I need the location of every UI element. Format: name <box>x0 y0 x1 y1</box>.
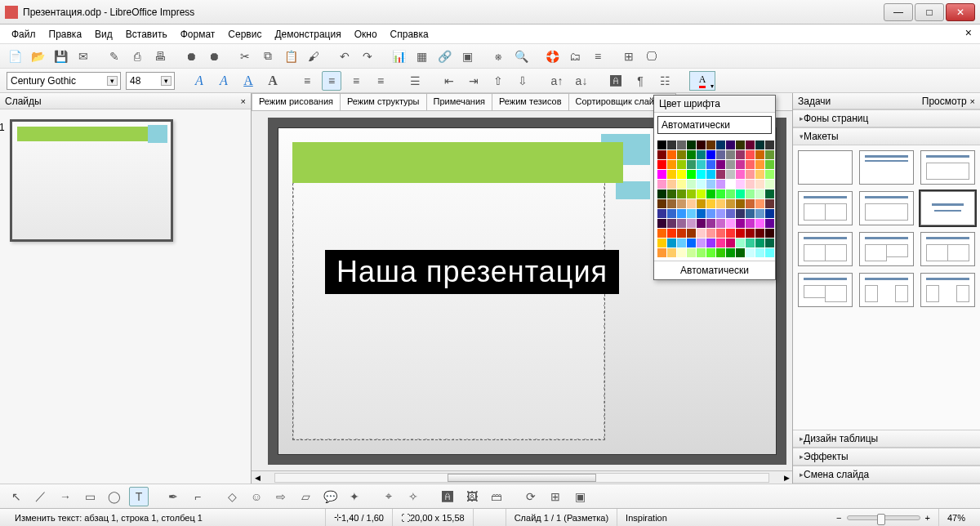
color-swatch[interactable] <box>736 219 745 228</box>
color-swatch[interactable] <box>736 160 745 169</box>
curve-tool-icon[interactable]: ✒ <box>163 487 183 506</box>
color-swatch[interactable] <box>716 140 725 149</box>
color-swatch[interactable] <box>657 170 666 179</box>
color-swatch[interactable] <box>716 170 725 179</box>
color-swatch[interactable] <box>716 248 725 257</box>
color-swatch[interactable] <box>697 180 706 189</box>
color-swatch[interactable] <box>765 189 774 198</box>
color-swatch[interactable] <box>706 229 715 238</box>
from-file-icon[interactable]: 🖼 <box>462 487 482 506</box>
section-backgrounds[interactable]: Фоны страниц <box>793 109 980 127</box>
connector-tool-icon[interactable]: ⌐ <box>188 487 207 506</box>
color-swatch[interactable] <box>657 229 666 238</box>
color-swatch[interactable] <box>726 160 735 169</box>
color-swatch[interactable] <box>765 140 774 149</box>
section-layouts[interactable]: Макеты <box>793 127 980 145</box>
color-swatch[interactable] <box>706 199 715 208</box>
gallery-icon[interactable]: 🗂 <box>565 47 585 66</box>
hyperlink-icon[interactable]: 🔗 <box>434 47 454 66</box>
color-swatch[interactable] <box>726 248 735 257</box>
color-swatch[interactable] <box>765 219 774 228</box>
color-swatch[interactable] <box>667 238 676 247</box>
align-right-icon[interactable]: ≡ <box>346 71 366 91</box>
color-swatch[interactable] <box>657 219 666 228</box>
tab-notes[interactable]: Примечания <box>426 93 493 110</box>
menu-tools[interactable]: Сервис <box>228 29 261 40</box>
color-swatch[interactable] <box>667 180 676 189</box>
color-auto-row[interactable]: Автоматически <box>657 116 772 134</box>
color-swatch[interactable] <box>726 229 735 238</box>
text-tool-icon[interactable]: T <box>129 487 149 506</box>
zoom-in-icon[interactable]: + <box>925 513 930 523</box>
color-swatch[interactable] <box>697 238 706 247</box>
format-paint-icon[interactable]: 🖌 <box>304 47 323 66</box>
layout-11[interactable] <box>859 273 914 307</box>
color-swatch[interactable] <box>687 180 696 189</box>
slideshow-icon[interactable]: ▣ <box>457 47 477 66</box>
color-swatch[interactable] <box>746 150 755 159</box>
color-swatch[interactable] <box>765 248 774 257</box>
color-swatch[interactable] <box>687 160 696 169</box>
color-swatch[interactable] <box>755 150 764 159</box>
color-swatch[interactable] <box>687 238 696 247</box>
font-size-combo[interactable]: 48 <box>126 72 175 90</box>
slide-thumbnail-1[interactable]: 1 <box>10 119 173 242</box>
layout-12[interactable] <box>920 273 975 307</box>
navigator-icon[interactable]: ⎈ <box>488 47 508 66</box>
increase-font-icon[interactable]: a↑ <box>547 71 567 91</box>
color-swatch[interactable] <box>726 150 735 159</box>
color-swatch[interactable] <box>746 219 755 228</box>
char-dialog-icon[interactable]: 🅰 <box>606 71 626 91</box>
layout-8[interactable] <box>859 232 914 266</box>
section-effects[interactable]: Эффекты <box>793 448 980 466</box>
movedown-icon[interactable]: ⇩ <box>513 71 532 91</box>
color-swatch[interactable] <box>677 180 686 189</box>
color-swatch[interactable] <box>746 189 755 198</box>
color-swatch[interactable] <box>706 150 715 159</box>
color-swatch[interactable] <box>765 170 774 179</box>
color-swatch[interactable] <box>697 150 706 159</box>
color-swatch[interactable] <box>765 150 774 159</box>
bold-icon[interactable]: A <box>189 71 209 91</box>
color-swatch[interactable] <box>677 199 686 208</box>
color-swatch[interactable] <box>667 189 676 198</box>
menu-format[interactable]: Формат <box>180 29 216 40</box>
tasks-view-link[interactable]: Просмотр <box>922 96 967 107</box>
menu-insert[interactable]: Вставить <box>126 29 167 40</box>
pdf-icon[interactable]: ⎙ <box>127 47 147 66</box>
color-swatch[interactable] <box>697 140 706 149</box>
flowchart-icon[interactable]: ▱ <box>296 487 315 506</box>
zoom-out-icon[interactable]: − <box>836 513 841 523</box>
block-arrows-icon[interactable]: ⇨ <box>271 487 291 506</box>
color-swatch[interactable] <box>677 238 686 247</box>
copy-icon[interactable]: ⧉ <box>258 47 278 66</box>
tasks-close-icon[interactable]: × <box>970 96 975 106</box>
align-left-icon[interactable]: ≡ <box>297 71 317 91</box>
layout-two-content[interactable] <box>798 191 853 225</box>
close-button[interactable]: ✕ <box>946 3 975 21</box>
color-swatch[interactable] <box>755 140 764 149</box>
color-swatch[interactable] <box>755 248 764 257</box>
ellipse-tool-icon[interactable]: ◯ <box>105 487 124 506</box>
layout-7[interactable] <box>798 232 853 266</box>
color-swatch[interactable] <box>687 209 696 218</box>
glue-icon[interactable]: ✧ <box>403 487 423 506</box>
font-name-combo[interactable]: Century Gothic <box>7 72 121 90</box>
open-icon[interactable]: 📂 <box>28 47 47 66</box>
rec1-icon[interactable]: ⏺ <box>181 47 201 66</box>
color-swatch[interactable] <box>706 209 715 218</box>
print-icon[interactable]: 🖶 <box>150 47 170 66</box>
color-swatch[interactable] <box>657 238 666 247</box>
layout-9[interactable] <box>920 232 975 266</box>
color-swatch[interactable] <box>755 170 764 179</box>
maximize-button[interactable]: □ <box>915 3 944 21</box>
line-tool-icon[interactable]: ／ <box>31 487 51 506</box>
layout-title-content[interactable] <box>920 150 975 185</box>
promote-icon[interactable]: ⇤ <box>439 71 459 91</box>
color-swatch[interactable] <box>716 238 725 247</box>
menu-window[interactable]: Окно <box>354 29 377 40</box>
color-swatch[interactable] <box>706 248 715 257</box>
color-swatch[interactable] <box>746 160 755 169</box>
zoom-controls[interactable]: − + <box>828 509 938 526</box>
color-swatch[interactable] <box>746 199 755 208</box>
